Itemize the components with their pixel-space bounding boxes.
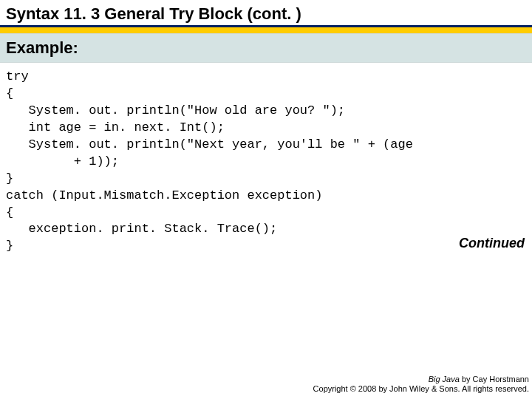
code-line: + 1)); — [6, 154, 526, 171]
footer: Big Java by Cay Horstmann Copyright © 20… — [313, 375, 529, 395]
code-line: try — [6, 69, 526, 86]
footer-line-1: Big Java by Cay Horstmann — [313, 375, 529, 385]
title-prefix: Syntax 11. 3 General Try Block — [6, 4, 248, 23]
title-block: Syntax 11. 3 General Try Block (cont. ) — [0, 0, 532, 25]
code-line: } — [6, 171, 526, 188]
footer-author: by Cay Horstmann — [460, 375, 529, 383]
example-heading: Example: — [0, 33, 532, 63]
code-line: { — [6, 86, 526, 103]
code-line: } — [6, 238, 526, 255]
code-line: int age = in. next. Int(); — [6, 120, 526, 137]
footer-line-2: Copyright © 2008 by John Wiley & Sons. A… — [313, 384, 529, 395]
book-title: Big Java — [429, 375, 460, 383]
code-line: { — [6, 205, 526, 222]
code-line: exception. print. Stack. Trace(); — [6, 221, 526, 238]
yellow-rule — [0, 27, 532, 33]
slide-title: Syntax 11. 3 General Try Block (cont. ) — [6, 4, 301, 23]
code-line: System. out. println("Next year, you'll … — [6, 137, 526, 154]
code-line: catch (Input.Mismatch.Exception exceptio… — [6, 188, 526, 205]
continued-label: Continued — [459, 236, 525, 251]
title-cont: (cont. ) — [248, 4, 301, 23]
code-line: System. out. println("How old are you? "… — [6, 103, 526, 120]
slide: Syntax 11. 3 General Try Block (cont. ) … — [0, 0, 532, 399]
code-block: try{ System. out. println("How old are y… — [0, 63, 532, 255]
